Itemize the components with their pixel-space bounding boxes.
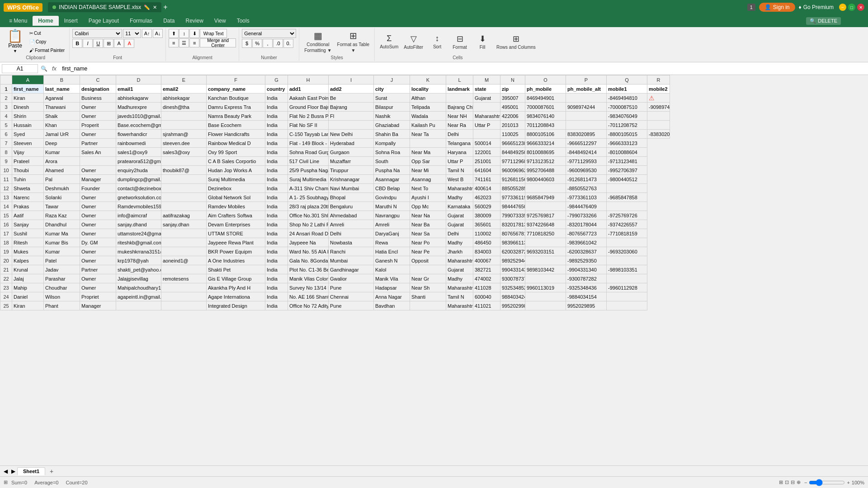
- header-cell-10[interactable]: locality: [410, 84, 446, 94]
- header-cell-17[interactable]: mobile2: [647, 84, 670, 94]
- increase-font-button[interactable]: A↑: [142, 29, 152, 38]
- cell-r16-c6[interactable]: India: [265, 220, 288, 229]
- cell-r7-c12[interactable]: 500014: [473, 139, 500, 148]
- cell-r5-c0[interactable]: Hussain: [12, 121, 44, 130]
- col-header-C[interactable]: C: [80, 75, 116, 84]
- cell-r8-c6[interactable]: India: [265, 148, 288, 157]
- cell-r22-c6[interactable]: India: [265, 274, 288, 283]
- cell-r18-c3[interactable]: riteshkb@gmail.com: [116, 238, 161, 247]
- cell-r7-c7[interactable]: Flat ‑ 149 Block ‑ B Sr: [288, 139, 329, 148]
- format-button[interactable]: ⊟ Format: [449, 33, 471, 51]
- cell-r12-c11[interactable]: Maharashtra: [446, 184, 473, 193]
- cell-r3-c14[interactable]: 7000087601: [525, 103, 566, 112]
- header-cell-14[interactable]: ph_mobile: [525, 84, 566, 94]
- cell-r23-c8[interactable]: Pune: [329, 283, 374, 292]
- cell-r21-c10[interactable]: [410, 265, 446, 274]
- cell-r2-c6[interactable]: India: [265, 94, 288, 103]
- cell-r20-c3[interactable]: krp1978@yah: [116, 256, 161, 265]
- cell-r13-c2[interactable]: Owner: [80, 193, 116, 202]
- cell-r19-c8[interactable]: Ranchi: [329, 247, 374, 256]
- cell-r3-c3[interactable]: Madhurexpre: [116, 103, 161, 112]
- cell-r6-c8[interactable]: New Delhi: [329, 130, 374, 139]
- cell-r16-c8[interactable]: Amreli: [329, 220, 374, 229]
- cell-r17-c8[interactable]: Delhi: [329, 229, 374, 238]
- cell-r17-c10[interactable]: Near Sa: [410, 229, 446, 238]
- cell-r6-c17[interactable]: ‑8383020804: [647, 130, 670, 139]
- align-right-button[interactable]: ≡: [189, 38, 199, 47]
- cell-r2-c9[interactable]: Surat: [374, 94, 410, 103]
- col-header-Q[interactable]: Q: [607, 75, 647, 84]
- cell-r3-c7[interactable]: Ground Floor Bajrang: [288, 103, 329, 112]
- col-header-J[interactable]: J: [374, 75, 410, 84]
- fill-color-button[interactable]: A: [114, 39, 124, 48]
- cell-r12-c7[interactable]: A‑311 Shiv Chamber: [288, 184, 329, 193]
- cell-r13-c13[interactable]: 9773361194: [500, 193, 525, 202]
- col-header-M[interactable]: M: [473, 75, 500, 84]
- cell-r12-c5[interactable]: Dezinebox: [207, 184, 265, 193]
- cell-r12-c14[interactable]: [525, 184, 566, 193]
- col-header-O[interactable]: O: [525, 75, 566, 84]
- cell-r16-c9[interactable]: Amreli: [374, 220, 410, 229]
- cell-r25-c15[interactable]: 9952029895: [566, 301, 607, 310]
- cell-r7-c15[interactable]: ‑9666512297: [566, 139, 607, 148]
- cell-r18-c7[interactable]: Jaypeee Na: [288, 238, 329, 247]
- cell-r21-c15[interactable]: ‑9904331340: [566, 265, 607, 274]
- cell-r8-c1[interactable]: Kumar: [44, 148, 80, 157]
- sign-in-button[interactable]: 👤 Sign in: [759, 3, 795, 12]
- format-as-table-button[interactable]: ⊞ Format as Table ▼: [335, 29, 372, 54]
- cell-r6-c4[interactable]: sjrahman@: [161, 130, 207, 139]
- cell-r17-c6[interactable]: India: [265, 229, 288, 238]
- cell-r4-c12[interactable]: Maharashtra: [473, 112, 500, 121]
- cell-r6-c6[interactable]: India: [265, 130, 288, 139]
- cell-r9-c6[interactable]: India: [265, 157, 288, 166]
- cell-r25-c14[interactable]: [525, 301, 566, 310]
- cell-r24-c15[interactable]: ‑9884034154: [566, 292, 607, 301]
- add-tab-icon[interactable]: +: [163, 3, 167, 11]
- cell-r8-c7[interactable]: Sohna Road Gurgaon: [288, 148, 329, 157]
- cell-r20-c9[interactable]: Ganesh N: [374, 256, 410, 265]
- align-center-button[interactable]: ☰: [179, 38, 189, 47]
- col-header-G[interactable]: G: [265, 75, 288, 84]
- cell-r14-c2[interactable]: Owner: [80, 202, 116, 211]
- cell-r13-c8[interactable]: Bhopal: [329, 193, 374, 202]
- align-bottom-button[interactable]: ⬇: [189, 29, 199, 38]
- cell-r22-c8[interactable]: Gwalior: [329, 274, 374, 283]
- cell-r25-c16[interactable]: [607, 301, 647, 310]
- cell-r17-c12[interactable]: 110002: [473, 229, 500, 238]
- header-cell-3[interactable]: email1: [116, 84, 161, 94]
- cell-r20-c1[interactable]: Patel: [44, 256, 80, 265]
- cell-r19-c9[interactable]: Hatia Encl: [374, 247, 410, 256]
- cell-r22-c5[interactable]: Gis E Village Group: [207, 274, 265, 283]
- cell-r22-c15[interactable]: ‑9300787282: [566, 274, 607, 283]
- cell-r15-c15[interactable]: ‑7990733266: [566, 211, 607, 220]
- cell-r3-c12[interactable]: [473, 103, 500, 112]
- cell-r21-c7[interactable]: Plot No. C1‑36 Behind: [288, 265, 329, 274]
- cell-r8-c15[interactable]: ‑8448492414: [566, 148, 607, 157]
- cell-r19-c2[interactable]: Owner: [80, 247, 116, 256]
- cell-r11-c16[interactable]: ‑9800440512: [607, 175, 647, 184]
- cell-r13-c4[interactable]: [161, 193, 207, 202]
- scroll-left-icon[interactable]: ◀: [2, 468, 9, 474]
- cell-r14-c10[interactable]: Opp Mc: [410, 202, 446, 211]
- cell-r16-c5[interactable]: Devam Enterprises: [207, 220, 265, 229]
- cell-r14-c5[interactable]: Ramdev Mobiles: [207, 202, 265, 211]
- header-cell-7[interactable]: add1: [288, 84, 329, 94]
- cell-r5-c14[interactable]: 7011208843: [525, 121, 566, 130]
- cell-r11-c2[interactable]: Manager: [80, 175, 116, 184]
- cell-r20-c10[interactable]: Opposit: [410, 256, 446, 265]
- cell-r2-c17[interactable]: ⚠: [647, 94, 670, 103]
- cell-r16-c12[interactable]: 365601: [473, 220, 500, 229]
- cell-r22-c1[interactable]: Parashar: [44, 274, 80, 283]
- cell-r2-c5[interactable]: Kanchan Boutique: [207, 94, 265, 103]
- cell-r11-c15[interactable]: ‑9126811473: [566, 175, 607, 184]
- cell-r4-c8[interactable]: Fl: [329, 112, 374, 121]
- italic-button[interactable]: I: [83, 39, 93, 48]
- cell-r4-c13[interactable]: 422006: [500, 112, 525, 121]
- cell-r16-c4[interactable]: sanjay.dhan: [161, 220, 207, 229]
- col-header-H[interactable]: H: [288, 75, 329, 84]
- cell-r5-c10[interactable]: Kailash Pu: [410, 121, 446, 130]
- cell-r23-c6[interactable]: India: [265, 283, 288, 292]
- cell-r25-c9[interactable]: Bavdhan: [374, 301, 410, 310]
- cell-r9-c16[interactable]: ‑9713123481: [607, 157, 647, 166]
- cell-r3-c2[interactable]: Owner: [80, 103, 116, 112]
